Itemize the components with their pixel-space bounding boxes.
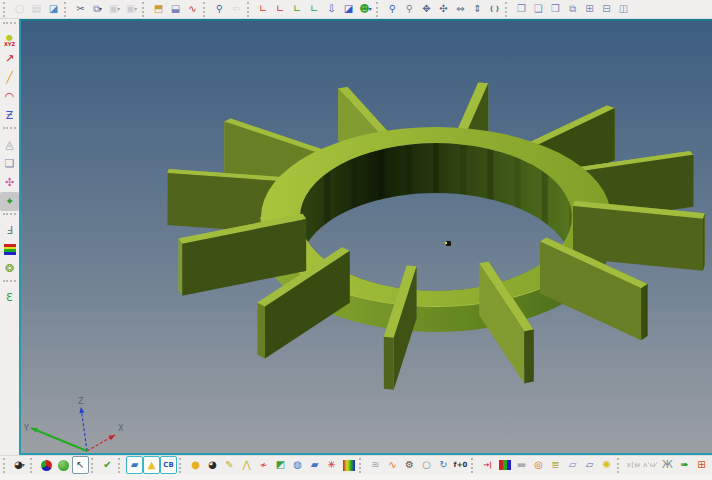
ball-quadrant-icon[interactable]: ◕ xyxy=(204,456,221,474)
window-new-icon[interactable]: ❐ xyxy=(513,0,530,18)
rgb-grid-icon[interactable] xyxy=(496,456,513,474)
export-file-icon[interactable]: ⬓ xyxy=(167,0,184,18)
profile-icon[interactable]: Ⅎ xyxy=(0,221,19,240)
point-star-icon[interactable]: ✳ xyxy=(323,456,340,474)
window-tile-horizontal-icon[interactable]: ❒ xyxy=(547,0,564,18)
analysis-layers-icon[interactable] xyxy=(0,240,19,259)
edit-curve-icon[interactable]: ∿ xyxy=(384,456,401,474)
extrude-icon[interactable]: Ɛ xyxy=(0,288,19,307)
toolbar-grip xyxy=(376,2,382,17)
color-palette-icon[interactable] xyxy=(38,456,55,474)
paste-icon[interactable]: ▣▾ xyxy=(106,0,123,18)
import-file-icon[interactable]: ⬒ xyxy=(150,0,167,18)
toolbar-grip xyxy=(3,213,16,219)
window-split-icon[interactable]: ⊞ xyxy=(581,0,598,18)
zoom-dynamic-icon[interactable]: ⚲ xyxy=(401,0,418,18)
gradient-shading-icon[interactable] xyxy=(340,456,357,474)
zoom-in-icon[interactable]: ⚲ xyxy=(384,0,401,18)
open-document-icon[interactable]: ▤ xyxy=(28,0,45,18)
viewport-3d[interactable]: ZYX xyxy=(19,19,712,455)
application-window: ▢▤◪✂⧉▾▣▾▣▾⬒⬓∿⚲⇦∟∟∟∟⇩◪☻▾⚲⚲✥✣⇔⇕( )❐❑❒⧉⊞⊟◫ … xyxy=(0,0,712,480)
explode-burst-icon[interactable]: ✺ xyxy=(598,456,615,474)
filter-warning-icon[interactable]: ▲ xyxy=(143,456,160,474)
dropdown-arrow-icon[interactable]: ▾ xyxy=(134,6,137,12)
measure-caliper-icon[interactable]: ⋀ xyxy=(238,456,255,474)
export-part-icon[interactable]: ➠ xyxy=(676,456,693,474)
cs-gimbal-icon[interactable]: ⇩ xyxy=(323,0,340,18)
window-close-icon[interactable]: ⊟ xyxy=(598,0,615,18)
new-document-icon[interactable]: ▢ xyxy=(11,0,28,18)
copy-icon[interactable]: ⧉▾ xyxy=(89,0,106,18)
status-strip xyxy=(0,474,712,480)
machine-setup-icon[interactable]: ⊞ xyxy=(693,456,710,474)
render-material-icon[interactable]: ❂ xyxy=(0,259,19,278)
point-xyz-icon[interactable]: ●XYZ xyxy=(0,30,19,49)
operator-view-icon[interactable]: ☻▾ xyxy=(357,0,374,18)
disk-gray-icon[interactable]: ▬ xyxy=(513,456,530,474)
shaded-view-icon[interactable] xyxy=(55,456,72,474)
window-cascade-icon[interactable]: ❑ xyxy=(530,0,547,18)
stack-plates-2-icon[interactable]: ▱ xyxy=(581,456,598,474)
sketch-pencil-icon[interactable]: ✎ xyxy=(221,456,238,474)
dropdown-arrow-icon[interactable]: ▾ xyxy=(99,6,102,12)
expression-w-icon[interactable]: ʌ'ω' xyxy=(642,456,659,474)
torus-color-icon[interactable]: ◎ xyxy=(530,456,547,474)
expression-x-icon[interactable]: x(w xyxy=(625,456,642,474)
toolbar-grip xyxy=(3,127,16,133)
polyline-icon[interactable]: ╱ xyxy=(0,68,19,87)
plane-face-icon[interactable]: ▰ xyxy=(306,456,323,474)
view-normal-plane-icon[interactable]: ◪ xyxy=(340,0,357,18)
mesh-icon[interactable]: ✦ xyxy=(0,192,19,211)
surface-modeling-icon[interactable]: ✣ xyxy=(0,173,19,192)
tool-settings-icon[interactable]: ⚙ xyxy=(401,456,418,474)
window-tile-vertical-icon[interactable]: ⧉ xyxy=(564,0,581,18)
filter-solids-icon[interactable]: ▰ xyxy=(126,456,143,474)
solid-modeling-icon[interactable]: ❏ xyxy=(0,154,19,173)
plot-graph-icon[interactable]: ∿ xyxy=(184,0,201,18)
shade-rgb-ball-icon[interactable]: ◍ xyxy=(289,456,306,474)
pan-hand-icon[interactable]: ✣ xyxy=(435,0,452,18)
paste-attributes-icon[interactable]: ▣▾ xyxy=(123,0,140,18)
dropdown-arrow-icon[interactable]: ▾ xyxy=(117,6,120,12)
cs-axis-red-1-icon[interactable]: ∟ xyxy=(255,0,272,18)
ball-orange-icon[interactable]: ● xyxy=(187,456,204,474)
pan-view-icon[interactable]: ✥ xyxy=(418,0,435,18)
confirm-check-icon[interactable]: ✔ xyxy=(99,456,116,474)
stack-plates-1-icon[interactable]: ▱ xyxy=(564,456,581,474)
layer-list-bulb-icon[interactable]: ≣ xyxy=(547,456,564,474)
goto-end-icon[interactable]: →| xyxy=(479,456,496,474)
toolbar-grip xyxy=(471,458,477,473)
toolbar-grip xyxy=(203,2,209,17)
arc-icon[interactable]: ◠ xyxy=(0,87,19,106)
cs-axis-red-2-icon[interactable]: ∟ xyxy=(272,0,289,18)
plane-icon[interactable]: ◬ xyxy=(0,135,19,154)
shading-mode-icon[interactable]: ◕▾ xyxy=(11,456,28,474)
left-toolbar: ●XYZ↗╱◠Ƶ◬❏✣✦Ⅎ❂Ɛ xyxy=(0,19,19,455)
stretch-vertical-icon[interactable]: ⇕ xyxy=(469,0,486,18)
erase-strike-icon[interactable]: ≁ xyxy=(255,456,272,474)
toolbar-grip xyxy=(617,458,623,473)
circle-reference-icon[interactable]: ○ xyxy=(418,456,435,474)
cs-axis-green-2-icon[interactable]: ∟ xyxy=(306,0,323,18)
cs-axis-green-1-icon[interactable]: ∟ xyxy=(289,0,306,18)
image-capture-icon[interactable]: ◪ xyxy=(45,0,62,18)
analysis-layers-swatch xyxy=(4,244,16,255)
measure-distance-icon[interactable]: ≋ xyxy=(367,456,384,474)
filter-cb-icon[interactable]: CB xyxy=(160,456,177,474)
flip-face-icon[interactable]: ◩ xyxy=(272,456,289,474)
dropdown-arrow-icon[interactable]: ▾ xyxy=(22,462,25,468)
spline-icon[interactable]: Ƶ xyxy=(0,106,19,125)
zoom-search-icon[interactable]: ⚲ xyxy=(211,0,228,18)
human-figure-icon[interactable]: Ж xyxy=(659,456,676,474)
line-icon[interactable]: ↗ xyxy=(0,49,19,68)
stretch-horizontal-icon[interactable]: ⇔ xyxy=(452,0,469,18)
orbit-rotate-icon[interactable]: ↻ xyxy=(435,456,452,474)
cut-icon[interactable]: ✂ xyxy=(72,0,89,18)
toolbar-grip xyxy=(142,2,148,17)
select-cursor-icon[interactable]: ↖ xyxy=(72,456,89,474)
function-zero-icon[interactable]: f+0 xyxy=(452,456,469,474)
view-previous-icon[interactable]: ⇦ xyxy=(228,0,245,18)
view-brackets-icon[interactable]: ( ) xyxy=(486,0,503,18)
window-arrange-icon[interactable]: ◫ xyxy=(615,0,632,18)
dropdown-arrow-icon[interactable]: ▾ xyxy=(369,6,372,12)
